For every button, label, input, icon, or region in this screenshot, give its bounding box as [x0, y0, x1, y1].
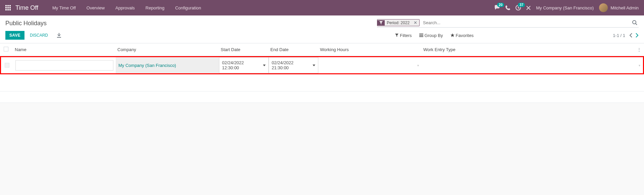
filter-icon: [377, 20, 385, 26]
phone-icon[interactable]: [505, 5, 510, 10]
company-cell[interactable]: My Company (San Francisco): [116, 57, 219, 73]
empty-space: [0, 74, 644, 91]
svg-rect-6: [419, 36, 423, 37]
user-name: Mitchell Admin: [610, 5, 639, 10]
control-panel: Public Holidays Period: 2022 ✕ SAVE DISC…: [0, 15, 644, 43]
nav-reporting[interactable]: Reporting: [141, 3, 169, 12]
list-view: Name Company Start Date End Date Working…: [0, 43, 644, 103]
pager-text[interactable]: 1-1 / 1: [613, 33, 625, 38]
user-menu[interactable]: Mitchell Admin: [599, 3, 639, 12]
activities-icon[interactable]: 37: [516, 5, 521, 10]
groupby-label: Group By: [425, 33, 443, 38]
save-button[interactable]: SAVE: [5, 31, 24, 40]
nav-my-time-off[interactable]: My Time Off: [48, 3, 80, 12]
nav-configuration[interactable]: Configuration: [170, 3, 206, 12]
optional-columns-icon[interactable]: ⋮: [634, 43, 644, 56]
activities-badge: 37: [518, 3, 525, 7]
search-facet-period: Period: 2022 ✕: [377, 19, 420, 26]
caret-down-icon: [263, 65, 266, 66]
facet-remove-icon[interactable]: ✕: [412, 20, 419, 26]
apps-menu-icon[interactable]: [5, 5, 11, 10]
page-title: Public Holidays: [5, 20, 47, 27]
svg-point-2: [633, 21, 636, 24]
caret-down-icon: ▾: [639, 64, 640, 67]
svg-line-3: [636, 24, 637, 25]
favorites-label: Favorites: [456, 33, 474, 38]
export-icon[interactable]: [57, 33, 61, 38]
facet-label: Period: 2022: [385, 20, 412, 26]
start-date-value: 02/24/2022 12:30:00: [222, 60, 262, 70]
pager-next-icon[interactable]: [636, 33, 639, 38]
nav-right: 20 37 My Company (San Francisco) Mitchel…: [494, 3, 639, 12]
table-header-row: Name Company Start Date End Date Working…: [0, 43, 644, 56]
col-company[interactable]: Company: [115, 43, 218, 56]
filters-label: Filters: [400, 33, 412, 38]
name-input[interactable]: [16, 61, 113, 70]
messages-badge: 20: [497, 3, 504, 7]
pager-prev-icon[interactable]: [629, 33, 632, 38]
row-checkbox[interactable]: [5, 63, 9, 68]
nav-approvals[interactable]: Approvals: [111, 3, 140, 12]
end-date-input[interactable]: 02/24/2022 21:30:00: [269, 57, 318, 73]
col-name[interactable]: Name: [12, 43, 115, 56]
col-end[interactable]: End Date: [268, 43, 317, 56]
groupby-dropdown[interactable]: Group By: [419, 33, 443, 38]
select-all-checkbox[interactable]: [4, 47, 8, 51]
app-brand[interactable]: Time Off: [15, 4, 38, 11]
discard-button[interactable]: DISCARD: [26, 31, 52, 40]
messages-icon[interactable]: 20: [494, 5, 500, 10]
work-entry-type-input[interactable]: ▾: [422, 57, 643, 73]
col-start[interactable]: Start Date: [218, 43, 268, 56]
favorites-dropdown[interactable]: Favorites: [450, 33, 474, 38]
search-icon[interactable]: [631, 20, 639, 26]
company-switcher[interactable]: My Company (San Francisco): [536, 5, 594, 10]
working-hours-input[interactable]: ▾: [318, 57, 422, 73]
top-navbar: Time Off My Time Off Overview Approvals …: [0, 0, 644, 15]
avatar: [599, 3, 608, 12]
nav-menu: My Time Off Overview Approvals Reporting…: [48, 3, 206, 12]
caret-down-icon: [313, 65, 315, 66]
close-tray-icon[interactable]: [526, 6, 531, 10]
nav-overview[interactable]: Overview: [82, 3, 109, 12]
filters-dropdown[interactable]: Filters: [395, 33, 412, 38]
start-date-input[interactable]: 02/24/2022 12:30:00: [219, 57, 269, 73]
col-work-entry-type[interactable]: Work Entry Type: [421, 43, 634, 56]
search-bar[interactable]: Period: 2022 ✕: [377, 19, 639, 28]
end-date-value: 02/24/2022 21:30:00: [272, 60, 311, 70]
svg-rect-4: [419, 34, 423, 34]
caret-down-icon: ▾: [417, 64, 419, 67]
search-input[interactable]: [422, 19, 631, 27]
svg-rect-5: [419, 35, 423, 36]
table-footer: [0, 91, 644, 103]
table-row[interactable]: My Company (San Francisco) 02/24/2022 12…: [0, 56, 644, 75]
col-working-hours[interactable]: Working Hours: [317, 43, 421, 56]
